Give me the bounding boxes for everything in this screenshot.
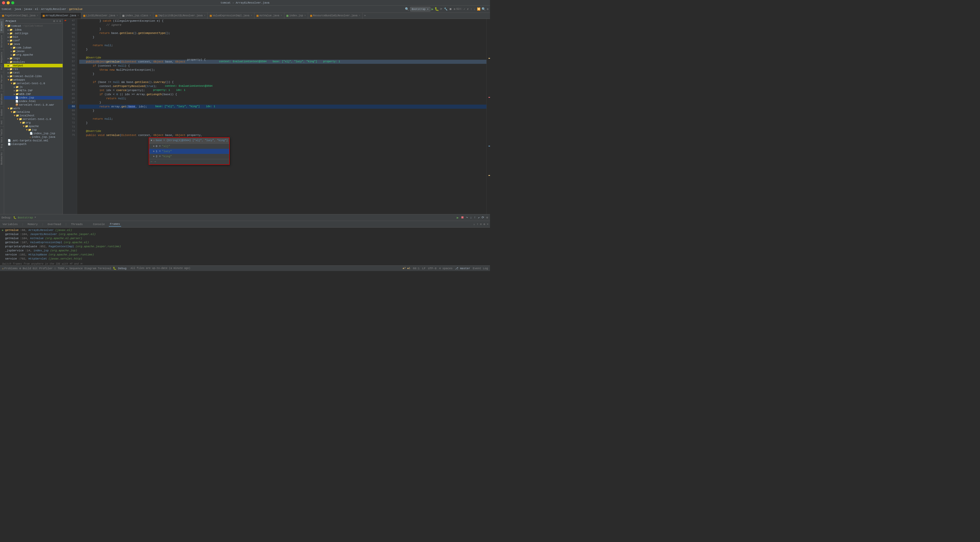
bottom-panel-icons[interactable]: ⇣ ⇡ ≡ ⚙ × [473,222,488,226]
vtab-pullrequests[interactable]: Pull Requests [0,49,4,72]
popup-item-2[interactable]: ▶ 2 = "king" [149,154,229,159]
vtab-bookmarks[interactable]: Bookmarks [0,150,4,167]
tree-item-conf[interactable]: ▶ 📁 conf [4,39,63,42]
code-text[interactable]: } catch (IllegalArgumentException e) { /… [77,19,487,214]
breadcrumb-el[interactable]: el [35,8,38,11]
tree-item-tomcatbuildlibs[interactable]: ▶ 📁 tomcat-build-libs [4,74,63,78]
sequence-btn[interactable]: ✦ Sequence Diagram [66,267,96,270]
tab-arrayelresolver[interactable]: ArrayELResolver.java × [41,13,81,19]
tree-item-anttargets[interactable]: 📄 .ant-targets-build.xml [4,139,63,143]
tree-item-comluban[interactable]: ▶ 📁 com.luban [4,46,63,49]
debug-ctrl-stepinto[interactable]: ↓ [470,216,472,219]
tree-item-war[interactable]: 📦 servelet-test-1.0.war [4,103,63,107]
tree-item-apache[interactable]: ▼ 📁 apache [4,125,63,128]
stack-frame-4[interactable]: getValue :187, ValueExpressionImpl (org.… [0,240,490,244]
debug-ctrl-settings[interactable]: ⚙ [486,216,488,219]
search-icon[interactable]: 🔍 [482,7,486,11]
popup-item-1[interactable]: ▶ 1 = "lucy" [149,149,229,154]
tab-resourcebundleel[interactable]: ResourceBundleELResolver.java × [308,13,363,19]
popup-item-1-expand[interactable]: ▶ [153,149,154,153]
tab-listelresolver[interactable]: ListELResolver.java × [81,13,120,19]
popup-header[interactable]: ▼ ◻ base = {String[3]@3584} ["xlj", "luc… [149,138,229,144]
profiler-btn[interactable]: Profiler [39,267,52,270]
popup-nav-forward[interactable]: → [154,160,156,164]
debug-ctrl-stepover[interactable]: ↷ [466,216,468,219]
tree-item-test[interactable]: ▶ 📁 test [4,71,63,74]
tree-item-javax[interactable]: ▶ 📁 javax [4,49,63,53]
tree-item-webapps[interactable]: ▼ 📁 webapps [4,78,63,82]
stack-frame-current[interactable]: ▶ getValue :68, ArrayELResolver (javax.e… [0,228,490,232]
vtab-ant[interactable]: Ant [0,118,4,126]
vtab-jsonparser[interactable]: Json Parser [0,72,4,91]
build-btn[interactable]: ⚙ Build [19,267,31,270]
tree-item-indexhtml[interactable]: 📄 index.html [4,100,63,103]
toolbar-icon-search[interactable]: 🔍 [405,7,409,11]
vtab-project[interactable]: Project [0,19,4,33]
vtab-godoo[interactable]: Godoo [0,107,4,118]
tree-item-java[interactable]: ▼ 📁 java [4,42,63,46]
debug-ctrl-runtoclick[interactable]: ↗ [478,216,479,219]
tree-item-classpath[interactable]: 📄 classpath [4,143,63,146]
debug-popup[interactable]: ▼ ◻ base = {String[3]@3584} ["xlj", "luc… [149,137,230,165]
git-branch[interactable]: ⎇ master [455,267,470,270]
tree-item-jsp-folder[interactable]: ▼ 📁 jsp [4,128,63,132]
breadcrumb-class[interactable]: ArrayELResolver [41,8,67,11]
tree-item-logs[interactable]: ▶ 📁 logs [4,57,63,60]
settings-icon[interactable]: ⚙ [487,7,488,11]
tree-item-bin[interactable]: ▶ 📁 bin [4,35,63,39]
tab-indexjsp[interactable]: index.jsp × [284,13,308,19]
vtab-database[interactable]: Database [0,91,4,107]
stack-frame-8[interactable]: service :792, HttpServlet (javax.servlet… [0,257,490,261]
stack-frame-5[interactable]: proprietaryEvaluate :952, PageContextImp… [0,244,490,249]
tree-item-res[interactable]: ▶ 📁 res [4,67,63,71]
run-btn[interactable]: ▶ [431,7,434,11]
tree-item-work[interactable]: ▼ 📁 work [4,107,63,110]
debug-ctrl-stop[interactable]: ⏹ [461,216,464,219]
tree-item-idea[interactable]: ▶ 📁 .idea [4,28,63,32]
tree-item-servtest10[interactable]: ▼ 📁 servelet-test-1.0 [4,117,63,121]
todo-btn[interactable]: ☐ TODO [54,267,64,270]
popup-item-0[interactable]: ▶ 0 = "xlj" [149,144,229,149]
tree-item-indexjsp-work[interactable]: 📄 index_jsp.jsp [4,132,63,135]
breadcrumb-javax[interactable]: javax [24,8,32,11]
event-log[interactable]: Event Log [473,267,488,270]
tree-item-output[interactable]: ▶ 📁 output [4,64,63,67]
debug-run-btn[interactable]: 🐛 [434,7,439,11]
vtab-structure[interactable]: Structure [0,33,4,50]
stack-frame-3[interactable]: getValue :184, AstValue (org.apache.el.p… [0,236,490,240]
stack-frame-7[interactable]: service :102, HttpJspBase (org.apache.ja… [0,253,490,257]
tree-item-indexjsp[interactable]: 📄 index.jsp [4,96,63,100]
debug-session-close[interactable]: × [35,216,36,219]
close-btn[interactable] [2,1,5,4]
bottom-tab-frames[interactable]: Frames [109,222,121,227]
minimize-btn[interactable] [6,1,10,4]
tree-item-org[interactable]: ▼ 📁 org [4,121,63,125]
tree-item-webinf[interactable]: ▶ 📁 WEB-INF [4,92,63,96]
debug-status-btn[interactable]: 🐛 Debug [113,267,127,270]
debug-ctrl-resume[interactable]: ▶ [457,216,459,220]
git-controls[interactable]: ✓ ✗ ↑ ↓ 🔀 [464,7,481,11]
terminal-btn[interactable]: Terminal [98,267,111,270]
bootstrap-dropdown[interactable]: Bootstrap ▾ [410,7,431,11]
tree-item-settings[interactable]: ▶ 📁 .settings [4,32,63,35]
stack-frame-2[interactable]: getValue :104, JasperELResolver (org.apa… [0,232,490,236]
bottom-tab-overhead[interactable]: Overhead [46,222,62,227]
tab-indexjspclass[interactable]: index_jsp.class × [120,13,153,19]
tree-item-orgapache[interactable]: ▶ 📁 org.apache [4,53,63,57]
tree-item-indexjspjava[interactable]: ☕ index_jsp.java [4,135,63,139]
breadcrumb-tomcat[interactable]: tomcat [2,8,12,11]
tab-more[interactable]: » [363,13,367,19]
tree-item-metainf[interactable]: ▶ 📁 META-INF [4,89,63,92]
bottom-tab-memory[interactable]: Memory [27,222,39,227]
git-status-btn[interactable]: Git [33,267,38,270]
popup-item-0-expand[interactable]: ▶ [153,144,154,148]
bottom-tab-console[interactable]: Console [92,222,106,227]
tree-item-tomcat[interactable]: ▼ 📁 tomcat ~/gitlab/tomcat [4,24,63,28]
bottom-tab-variables[interactable]: Variables [2,222,19,227]
popup-item-2-expand[interactable]: ▶ [153,154,154,158]
tree-item-js[interactable]: ▶ 📁 js [4,85,63,89]
breadcrumb-java[interactable]: java [14,8,21,11]
tree-item-localhost[interactable]: ▼ 📁 localhost [4,114,63,117]
tree-item-servelettest[interactable]: ▼ 📁 servelet-test-1.0 [4,82,63,85]
tab-pagectximpl[interactable]: PageContextImpl.java × [0,13,41,19]
